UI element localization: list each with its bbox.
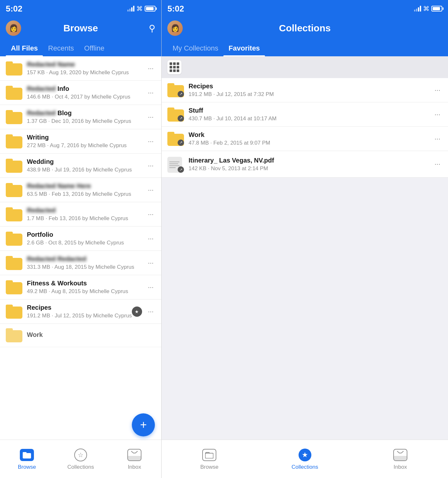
folder-icon xyxy=(6,232,22,246)
dot xyxy=(173,69,176,72)
file-meta: 157 KB · Aug 19, 2020 by Michelle Cyprus xyxy=(27,69,146,76)
dot xyxy=(170,62,172,65)
folder-icon: ↗ xyxy=(167,132,184,146)
collections-toolbar xyxy=(162,56,448,78)
left-search-button[interactable]: ⚲ xyxy=(140,23,156,34)
star-filled-icon: ★ xyxy=(299,449,311,461)
nav-collections[interactable]: ☆ Collections xyxy=(54,448,108,470)
left-status-icons: ⌘ xyxy=(127,5,156,12)
more-button[interactable]: ··· xyxy=(146,233,156,245)
dot xyxy=(177,62,179,65)
more-button[interactable]: ··· xyxy=(146,111,156,123)
browse-nav-icon xyxy=(202,448,216,462)
file-info: Redacted Blog 1.37 GB · Dec 10, 2016 by … xyxy=(27,109,146,124)
nav-browse[interactable]: Browse xyxy=(0,448,54,470)
avatar-image: 👩 xyxy=(167,20,183,36)
star-outline-icon: ☆ xyxy=(74,449,87,461)
right-nav-collections[interactable]: ★ Collections xyxy=(257,448,352,470)
file-name: Redacted xyxy=(27,207,146,214)
right-header: 👩 Collections xyxy=(162,17,448,41)
more-button[interactable]: ··· xyxy=(433,133,442,145)
file-name: Recipes xyxy=(27,304,132,311)
dot xyxy=(177,66,179,68)
collections-nav-label: Collections xyxy=(68,464,94,470)
left-signal-icon xyxy=(127,6,134,12)
tab-offline[interactable]: Offline xyxy=(79,41,109,56)
favorite-badge: ★ xyxy=(132,307,142,317)
file-meta: 430.7 MB · Jul 10, 2014 at 10:17 AM xyxy=(188,116,432,122)
folder-icon xyxy=(6,134,22,148)
file-meta: 191.2 MB · Jul 12, 2015 by Michelle Cypr… xyxy=(27,313,132,319)
file-meta: 272 MB · Aug 7, 2016 by Michelle Cyprus xyxy=(27,142,146,149)
list-item: ↗ Work 47.8 MB · Feb 2, 2015 at 9:07 PM … xyxy=(162,127,448,151)
dot xyxy=(177,69,179,72)
tab-favorites[interactable]: Favorites xyxy=(223,41,265,56)
list-item: Redacted Redacted 331.3 MB · Aug 18, 201… xyxy=(0,251,161,275)
file-info: Wedding 438.9 MB · Jul 19, 2016 by Miche… xyxy=(27,158,146,173)
file-name: Redacted Blog xyxy=(27,109,146,117)
bar1 xyxy=(127,10,129,12)
file-info: Redacted Name 157 KB · Aug 19, 2020 by M… xyxy=(27,61,146,76)
more-button[interactable]: ··· xyxy=(433,108,442,121)
list-item: Redacted Name Here 63.5 MB · Feb 13, 201… xyxy=(0,178,161,202)
more-button[interactable]: ··· xyxy=(146,87,156,99)
left-header-title: Browse xyxy=(21,23,140,34)
tab-all-files[interactable]: All Files xyxy=(6,41,43,56)
favorites-list: ↗ Recipes 191.2 MB · Jul 12, 2015 at 7:3… xyxy=(162,78,448,259)
more-button[interactable]: ··· xyxy=(146,306,156,318)
right-status-icons: ⌘ xyxy=(414,5,442,12)
more-button[interactable]: ··· xyxy=(433,158,442,170)
folder-icon xyxy=(6,305,22,319)
more-button[interactable]: ··· xyxy=(433,84,442,96)
left-avatar[interactable]: 👩 xyxy=(6,20,21,36)
file-name: Work xyxy=(188,131,432,139)
file-name: Work xyxy=(27,331,156,339)
tab-recents[interactable]: Recents xyxy=(43,41,79,56)
right-nav-inbox[interactable]: Inbox xyxy=(353,448,448,470)
file-info: Redacted Info 146.6 MB · Oct 4, 2017 by … xyxy=(27,85,146,100)
folder-icon xyxy=(6,110,22,124)
file-info: Writing 272 MB · Aug 7, 2016 by Michelle… xyxy=(27,134,146,149)
more-button[interactable]: ··· xyxy=(146,257,156,269)
tab-my-collections[interactable]: My Collections xyxy=(167,41,223,56)
search-icon[interactable]: ⚲ xyxy=(149,23,156,34)
file-meta: 63.5 MB · Feb 13, 2016 by Michelle Cypru… xyxy=(27,191,146,197)
more-button[interactable]: ··· xyxy=(146,281,156,293)
file-meta: 142 KB · Nov 5, 2013 at 2:14 PM xyxy=(188,165,432,172)
file-meta: 1.37 GB · Dec 10, 2016 by Michelle Cypru… xyxy=(27,118,146,124)
left-wifi-icon: ⌘ xyxy=(136,5,143,12)
file-meta: 47.8 MB · Feb 2, 2015 at 9:07 PM xyxy=(188,140,432,146)
right-nav-browse[interactable]: Browse xyxy=(162,448,257,470)
file-info: Work 47.8 MB · Feb 2, 2015 at 9:07 PM xyxy=(188,131,432,146)
dot xyxy=(170,66,172,68)
dot xyxy=(170,69,172,72)
more-button[interactable]: ··· xyxy=(146,62,156,75)
file-info: Fitness & Workouts 49.2 MB · Aug 8, 2015… xyxy=(27,280,146,295)
more-button[interactable]: ··· xyxy=(146,208,156,220)
dot xyxy=(173,62,176,65)
collections-nav-label: Collections xyxy=(292,464,318,470)
more-button[interactable]: ··· xyxy=(146,135,156,147)
file-info: Recipes 191.2 MB · Jul 12, 2015 at 7:32 … xyxy=(188,83,432,98)
svg-rect-2 xyxy=(205,453,213,458)
more-button[interactable]: ··· xyxy=(146,160,156,172)
add-button[interactable]: + xyxy=(132,413,155,436)
right-avatar[interactable]: 👩 xyxy=(167,20,183,36)
file-name: Wedding xyxy=(27,158,146,165)
bar2 xyxy=(129,9,131,12)
list-item: ↗ Itinerary_ Las Vegas, NV.pdf 142 KB · … xyxy=(162,151,448,178)
pdf-icon: ↗ xyxy=(167,155,184,173)
browse-nav-label: Browse xyxy=(200,464,219,470)
list-item: Recipes 191.2 MB · Jul 12, 2015 by Miche… xyxy=(0,299,161,324)
file-info: Redacted 1.7 MB · Feb 13, 2016 by Michel… xyxy=(27,207,146,222)
bar3 xyxy=(131,7,132,12)
nav-inbox[interactable]: Inbox xyxy=(108,448,161,470)
folder-icon: ↗ xyxy=(167,83,184,97)
file-name: Recipes xyxy=(188,83,432,90)
grid-view-button[interactable] xyxy=(167,60,181,74)
folder-icon xyxy=(6,86,22,100)
file-name: Redacted Info xyxy=(27,85,146,92)
folder-icon xyxy=(6,61,22,76)
file-list: Redacted Name 157 KB · Aug 19, 2020 by M… xyxy=(0,56,161,440)
more-button[interactable]: ··· xyxy=(146,184,156,196)
